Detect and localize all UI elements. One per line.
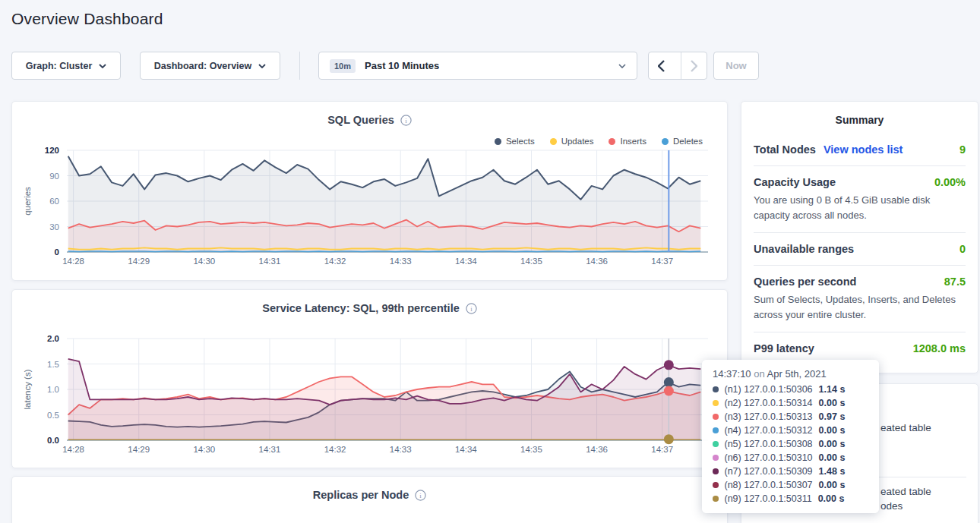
tooltip-node-row: (n4) 127.0.0.1:50312 0.00 s — [713, 424, 868, 437]
chevron-right-icon — [691, 60, 697, 72]
metric-value: 9 — [959, 143, 966, 156]
tooltip-node-row: (n8) 127.0.0.1:50307 0.00 s — [713, 478, 868, 492]
node-color-dot — [713, 414, 719, 420]
sql-queries-card: SQL Queries i Selects Updates Inserts De… — [11, 101, 728, 281]
time-nav-group — [648, 52, 707, 80]
event-text-fragment: odes — [880, 500, 903, 512]
metric-value: 87.5 — [944, 276, 966, 288]
summary-metric-row: Queries per second 87.5 Sum of Selects, … — [754, 265, 966, 332]
latency-chart[interactable]: 0.00.51.01.52.014:2814:2914:3014:3114:32… — [12, 328, 729, 469]
svg-text:120: 120 — [45, 146, 59, 155]
dashboard-dropdown-label: Dashboard: Overview — [154, 61, 252, 71]
svg-text:30: 30 — [49, 222, 59, 232]
svg-text:i: i — [405, 117, 407, 124]
tooltip-node-row: (n9) 127.0.0.1:50311 0.00 s — [713, 492, 868, 506]
tooltip-node-row: (n2) 127.0.0.1:50314 0.00 s — [713, 396, 868, 410]
svg-text:14:36: 14:36 — [586, 257, 608, 266]
chevron-down-icon — [99, 64, 106, 68]
svg-text:14:35: 14:35 — [520, 445, 542, 454]
dashboard-dropdown[interactable]: Dashboard: Overview — [140, 52, 280, 80]
svg-text:60: 60 — [49, 197, 59, 206]
node-color-dot — [713, 455, 719, 461]
sql-queries-chart[interactable]: 030609012014:2814:2914:3014:3114:3214:33… — [12, 140, 729, 281]
time-forward-button[interactable] — [681, 52, 707, 79]
svg-text:14:32: 14:32 — [324, 445, 346, 454]
latency-card: Service Latency: SQL, 99th percentile i … — [11, 289, 728, 468]
summary-metric-row: Capacity Usage 0.00% You are using 0 B o… — [754, 165, 966, 232]
time-range-label: Past 10 Minutes — [365, 60, 439, 71]
latency-title: Service Latency: SQL, 99th percentile — [262, 302, 460, 314]
svg-text:14:37: 14:37 — [651, 445, 673, 454]
svg-text:14:30: 14:30 — [193, 257, 215, 266]
node-color-dot — [713, 468, 719, 474]
time-back-button[interactable] — [649, 52, 674, 79]
svg-text:14:32: 14:32 — [324, 257, 346, 266]
summary-metric-row: Total Nodes View nodes list 9 — [754, 134, 966, 165]
info-icon[interactable]: i — [415, 490, 426, 501]
tooltip-node-row: (n1) 127.0.0.1:50306 1.14 s — [713, 383, 868, 396]
summary-metric-row: Unavailable ranges 0 — [754, 232, 966, 265]
node-color-dot — [713, 400, 719, 406]
svg-text:14:34: 14:34 — [455, 445, 477, 454]
tooltip-node-row: (n3) 127.0.0.1:50313 0.97 s — [713, 410, 868, 424]
chevron-left-icon — [658, 60, 665, 72]
time-range-badge: 10m — [330, 59, 356, 73]
svg-text:1.5: 1.5 — [47, 360, 59, 369]
svg-text:i: i — [470, 305, 473, 313]
graph-dropdown-label: Graph: Cluster — [26, 61, 93, 71]
node-color-dot — [713, 496, 719, 502]
svg-text:14:37: 14:37 — [651, 257, 673, 266]
svg-text:14:29: 14:29 — [128, 257, 150, 266]
metric-value: 0.00% — [934, 176, 966, 188]
svg-text:0.0: 0.0 — [47, 436, 59, 445]
svg-text:14:33: 14:33 — [390, 445, 412, 454]
graph-dropdown[interactable]: Graph: Cluster — [11, 52, 121, 80]
svg-text:2.0: 2.0 — [47, 334, 59, 343]
node-color-dot — [713, 482, 719, 488]
metric-value: 0 — [959, 243, 966, 255]
svg-text:14:29: 14:29 — [128, 445, 150, 454]
event-text-fragment: eated table — [880, 422, 931, 433]
svg-text:14:33: 14:33 — [390, 257, 412, 266]
svg-text:14:36: 14:36 — [586, 445, 608, 454]
svg-text:latency (s): latency (s) — [23, 369, 32, 409]
svg-text:14:28: 14:28 — [62, 257, 84, 266]
svg-text:14:30: 14:30 — [193, 445, 215, 454]
now-button[interactable]: Now — [713, 52, 759, 80]
toolbar-divider — [299, 52, 300, 80]
summary-metrics: Total Nodes View nodes list 9 Capacity U… — [741, 134, 978, 364]
node-color-dot — [713, 427, 719, 433]
node-color-dot — [713, 441, 719, 447]
svg-text:14:34: 14:34 — [455, 257, 477, 266]
tooltip-rows: (n1) 127.0.0.1:50306 1.14 s (n2) 127.0.0… — [713, 383, 868, 506]
replicas-title: Replicas per Node — [313, 489, 409, 501]
tooltip-node-row: (n6) 127.0.0.1:50310 0.00 s — [713, 451, 868, 465]
summary-panel: Summary Total Nodes View nodes list 9 Ca… — [741, 101, 978, 373]
svg-text:1.0: 1.0 — [47, 385, 59, 394]
tooltip-node-row: (n5) 127.0.0.1:50308 0.00 s — [713, 437, 868, 451]
svg-text:14:31: 14:31 — [259, 445, 281, 454]
replicas-card: Replicas per Node i — [11, 476, 728, 523]
page-title: Overview Dashboard — [11, 10, 163, 28]
chevron-down-icon — [258, 64, 266, 68]
chevron-down-icon — [618, 64, 626, 68]
svg-text:queries: queries — [23, 187, 32, 216]
node-color-dot — [713, 386, 719, 392]
sql-queries-title: SQL Queries — [327, 114, 394, 126]
metric-value: 1208.0 ms — [913, 342, 966, 354]
info-icon[interactable]: i — [466, 303, 477, 314]
svg-text:90: 90 — [49, 172, 59, 181]
view-nodes-link[interactable]: View nodes list — [824, 143, 903, 156]
svg-text:i: i — [419, 492, 422, 499]
time-range-picker[interactable]: 10m Past 10 Minutes — [318, 52, 637, 80]
info-icon[interactable]: i — [400, 115, 412, 126]
summary-title: Summary — [741, 102, 978, 134]
svg-text:14:31: 14:31 — [259, 257, 281, 266]
event-text-fragment: eated table — [880, 486, 931, 497]
chart-hover-tooltip: 14:37:10 on Apr 5th, 2021 (n1) 127.0.0.1… — [702, 360, 879, 513]
tooltip-node-row: (n7) 127.0.0.1:50309 1.48 s — [713, 465, 868, 478]
svg-text:0: 0 — [55, 247, 59, 257]
svg-text:0.5: 0.5 — [47, 411, 59, 420]
svg-text:14:28: 14:28 — [62, 445, 84, 454]
tooltip-timestamp: 14:37:10 on Apr 5th, 2021 — [713, 368, 868, 380]
